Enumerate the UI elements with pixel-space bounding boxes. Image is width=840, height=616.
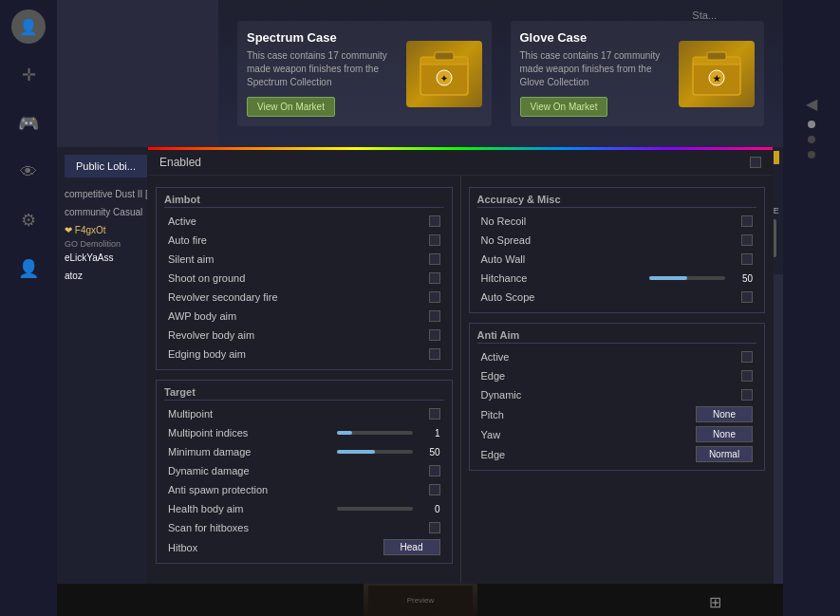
- accuracy-autoscope-checkbox[interactable]: [741, 291, 753, 303]
- antiaim-dynamic-checkbox[interactable]: [741, 389, 753, 401]
- accuracy-autowall-label: Auto Wall: [481, 253, 742, 265]
- aimbot-awpbody-checkbox[interactable]: [429, 310, 440, 322]
- aimbot-autofire-checkbox[interactable]: [429, 234, 440, 246]
- accuracy-autowall-row: Auto Wall: [477, 250, 757, 269]
- spectrum-case-image: ✦: [406, 41, 482, 107]
- aimbot-awpbody-row: AWP body aim: [164, 307, 444, 326]
- aimbot-active-row: Active: [164, 212, 444, 231]
- enabled-checkbox[interactable]: [750, 157, 761, 168]
- target-multipoint-checkbox[interactable]: [429, 408, 440, 420]
- accuracy-title: Accuracy & Misc: [477, 194, 757, 208]
- antiaim-edge2-row: Edge Normal: [477, 444, 757, 464]
- target-healthbody-slider[interactable]: 0: [337, 504, 440, 514]
- aimbot-autofire-label: Auto fire: [168, 234, 429, 246]
- target-mindmg-row: Minimum damage 50: [164, 442, 444, 461]
- glove-case-desc: This case contains 17 community made wea…: [520, 49, 668, 89]
- nav-dot-2[interactable]: [808, 136, 815, 143]
- antiaim-yaw-label: Yaw: [481, 429, 697, 440]
- nav-dot-3[interactable]: [808, 151, 815, 159]
- glove-case-title: Glove Case: [520, 30, 668, 45]
- target-dyndmg-label: Dynamic damage: [168, 465, 429, 476]
- antiaim-yaw-row: Yaw None: [477, 424, 757, 444]
- target-mindmg-slider[interactable]: 50: [337, 447, 440, 457]
- target-scanhitbox-checkbox[interactable]: [429, 522, 440, 533]
- aimbot-revolversec-row: Revolver secondary fire: [164, 288, 444, 307]
- glove-case-card: Glove Case This case contains 17 communi…: [511, 21, 765, 126]
- left-sidebar: 👤 ✛ 🎮 👁 ⚙ 👤: [0, 0, 57, 616]
- aimbot-active-checkbox[interactable]: [429, 215, 440, 227]
- aimbot-revolversec-checkbox[interactable]: [429, 291, 440, 303]
- spectrum-case-card: Spectrum Case This case contains 17 comm…: [237, 21, 492, 126]
- aimbot-awpbody-label: AWP body aim: [168, 310, 429, 322]
- accuracy-norecoil-checkbox[interactable]: [741, 215, 753, 227]
- antiaim-pitch-label: Pitch: [481, 409, 697, 420]
- aimbot-edgebody-label: Edging body aim: [168, 348, 429, 360]
- antiaim-dynamic-row: Dynamic: [477, 385, 757, 404]
- accuracy-nospread-checkbox[interactable]: [741, 234, 753, 246]
- target-antispawn-checkbox[interactable]: [429, 484, 440, 495]
- aimbot-shootground-row: Shoot on ground: [164, 269, 444, 288]
- antiaim-edge2-dropdown[interactable]: Normal: [696, 446, 753, 462]
- slide-label: Sta...: [692, 9, 717, 21]
- menu-left-column: Aimbot Active Auto fire Silent aim Shoot…: [148, 176, 461, 583]
- svg-text:✦: ✦: [440, 74, 448, 84]
- enabled-row: Enabled: [148, 150, 773, 176]
- target-scanhitbox-label: Scan for hitboxes: [168, 522, 429, 533]
- enabled-label: Enabled: [159, 156, 201, 169]
- gear-icon[interactable]: ⚙: [11, 203, 46, 237]
- accuracy-hitchance-slider[interactable]: 50: [649, 273, 753, 284]
- crosshair-icon[interactable]: ✛: [11, 58, 46, 92]
- aimbot-edgebody-checkbox[interactable]: [429, 348, 440, 360]
- aimbot-active-label: Active: [168, 215, 429, 227]
- spectrum-case-title: Spectrum Case: [247, 30, 395, 45]
- target-healthbody-row: Health body aim 0: [164, 499, 444, 518]
- aimbot-silentaim-label: Silent aim: [168, 253, 429, 265]
- target-mpindices-slider[interactable]: 1: [337, 428, 440, 439]
- accuracy-nospread-row: No Spread: [477, 231, 757, 250]
- aimbot-shootground-checkbox[interactable]: [429, 272, 440, 284]
- accuracy-autoscope-label: Auto Scope: [481, 291, 742, 303]
- bottom-preview-1: Preview: [364, 584, 477, 616]
- svg-rect-2: [435, 52, 454, 60]
- antiaim-dynamic-label: Dynamic: [481, 389, 742, 401]
- nav-dot-1[interactable]: [808, 121, 815, 128]
- target-dyndmg-checkbox[interactable]: [429, 465, 440, 476]
- glove-market-button[interactable]: View On Market: [520, 97, 608, 117]
- accuracy-norecoil-row: No Recoil: [477, 212, 757, 231]
- aimbot-revolverbody-label: Revolver body aim: [168, 329, 429, 341]
- person-icon[interactable]: 👤: [11, 252, 46, 286]
- aimbot-silentaim-checkbox[interactable]: [429, 253, 440, 265]
- right-panel: ◀: [783, 0, 840, 616]
- cases-bar: Spectrum Case This case contains 17 comm…: [218, 0, 783, 147]
- antiaim-pitch-dropdown[interactable]: None: [696, 406, 753, 422]
- controller-icon[interactable]: 🎮: [11, 106, 46, 140]
- target-multipoint-label: Multipoint: [168, 408, 429, 420]
- antiaim-title: Anti Aim: [477, 329, 757, 344]
- spectrum-market-button[interactable]: View On Market: [247, 97, 335, 117]
- target-antispawn-row: Anti spawn protection: [164, 480, 444, 499]
- antiaim-edge-checkbox[interactable]: [741, 370, 753, 382]
- antiaim-active-label: Active: [481, 351, 742, 363]
- accuracy-autowall-checkbox[interactable]: [741, 253, 753, 265]
- menu-body: Aimbot Active Auto fire Silent aim Shoot…: [148, 176, 773, 583]
- target-section: Target Multipoint Multipoint indices 1: [156, 380, 453, 564]
- aimbot-silentaim-row: Silent aim: [164, 250, 444, 269]
- target-hitbox-label: Hitbox: [168, 542, 383, 553]
- eye-icon[interactable]: 👁: [11, 155, 46, 189]
- target-antispawn-label: Anti spawn protection: [168, 484, 429, 495]
- antiaim-active-checkbox[interactable]: [741, 351, 753, 363]
- target-hitbox-dropdown[interactable]: Head: [383, 539, 440, 555]
- spectrum-case-info: Spectrum Case This case contains 17 comm…: [247, 30, 395, 117]
- avatar: 👤: [11, 9, 46, 44]
- glove-case-image: ★: [679, 41, 755, 107]
- aimbot-title: Aimbot: [164, 194, 444, 208]
- accuracy-hitchance-label: Hitchance: [481, 272, 650, 284]
- accuracy-hitchance-value: 50: [729, 273, 753, 284]
- target-mpindices-value: 1: [417, 428, 440, 439]
- aimbot-revolverbody-checkbox[interactable]: [429, 329, 440, 341]
- antiaim-active-row: Active: [477, 347, 757, 366]
- nav-left-arrow[interactable]: ◀: [806, 95, 817, 113]
- antiaim-yaw-dropdown[interactable]: None: [696, 426, 753, 442]
- accuracy-norecoil-label: No Recoil: [481, 215, 742, 227]
- target-mpindices-row: Multipoint indices 1: [164, 423, 444, 442]
